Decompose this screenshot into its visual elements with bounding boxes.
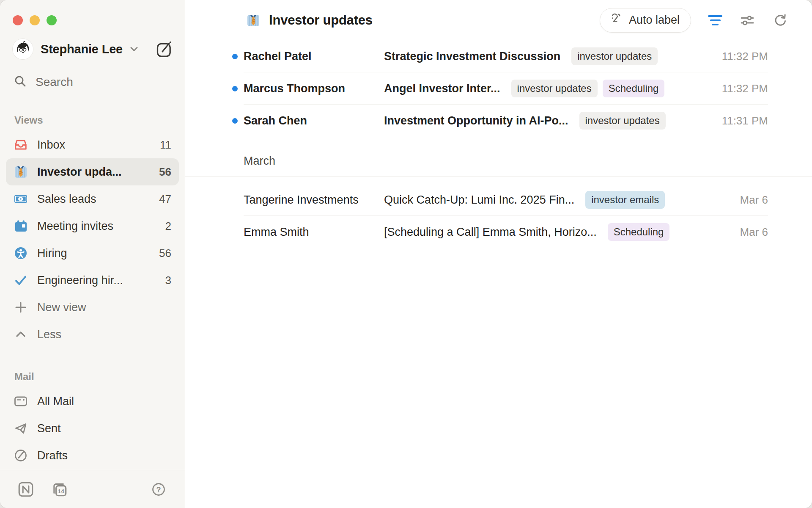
email-time: Mar 6 — [732, 226, 768, 239]
sidebar-item-drafts[interactable]: Drafts — [6, 442, 179, 469]
tag-scheduling[interactable]: Scheduling — [603, 80, 665, 97]
view-header: Investor updates Auto label — [185, 0, 812, 40]
mail-list: All MailSentDrafts — [6, 388, 179, 469]
email-time: 11:31 PM — [713, 114, 768, 127]
svg-text:?: ? — [156, 485, 161, 494]
search-input[interactable]: Search — [14, 75, 185, 90]
page-title: Investor updates — [269, 13, 373, 28]
email-subject: Quick Catch-Up: Lumi Inc. 2025 Fin... — [384, 193, 574, 207]
tag-investor-updates[interactable]: investor updates — [511, 80, 598, 97]
sidebar-item-label: Sent — [37, 422, 61, 435]
email-tags: investor updates — [571, 47, 658, 65]
email-tags: investor updatesScheduling — [511, 80, 665, 97]
avatar — [13, 39, 33, 59]
email-time: 11:32 PM — [713, 50, 768, 63]
tag-investor-emails[interactable]: investor emails — [585, 191, 665, 209]
sidebar-item-hiring[interactable]: Hiring56 — [6, 240, 179, 267]
paper-plane-icon — [14, 421, 28, 436]
unread-count: 11 — [160, 138, 171, 152]
app-window: Stephanie Lee Search Views Inbox11Invest… — [0, 0, 812, 508]
sidebar-item-inbox[interactable]: Inbox11 — [6, 131, 179, 158]
sidebar-item-label: Hiring — [37, 247, 67, 260]
email-row-tangerine-investments[interactable]: Tangerine InvestmentsQuick Catch-Up: Lum… — [185, 184, 812, 216]
tag-investor-updates[interactable]: investor updates — [579, 112, 666, 130]
minimize-window-button[interactable] — [30, 15, 40, 25]
necktie-icon — [14, 165, 28, 179]
auto-label-button[interactable]: Auto label — [600, 8, 691, 33]
unread-count: 56 — [159, 247, 171, 260]
tag-investor-updates[interactable]: investor updates — [571, 47, 658, 65]
unread-indicator — [232, 118, 238, 124]
window-controls — [13, 15, 185, 25]
email-subject: Angel Investor Inter... — [384, 82, 500, 95]
email-row-sarah-chen[interactable]: Sarah ChenInvestment Opportunity in AI-P… — [185, 105, 812, 137]
sidebar-item-less[interactable]: Less — [6, 321, 179, 348]
email-list: Rachel PatelStrategic Investment Discuss… — [185, 40, 812, 508]
notion-logo-icon[interactable] — [17, 480, 35, 498]
email-row-marcus-thompson[interactable]: Marcus ThompsonAngel Investor Inter...in… — [185, 72, 812, 105]
necktie-emoji-icon — [245, 12, 261, 28]
email-tags: Scheduling — [608, 223, 670, 241]
email-sender: Marcus Thompson — [244, 82, 384, 95]
svg-text:14: 14 — [58, 488, 65, 494]
email-time: Mar 6 — [732, 193, 768, 207]
sidebar-item-label: Meeting invites — [37, 220, 113, 233]
inbox-tray-icon — [14, 138, 28, 152]
sidebar-item-label: All Mail — [37, 395, 74, 408]
filter-button[interactable] — [708, 15, 722, 25]
user-name: Stephanie Lee — [41, 42, 123, 56]
view-actions: New viewLess — [6, 294, 179, 348]
sidebar-footer: 14 ? — [0, 470, 185, 508]
march-rows: Tangerine InvestmentsQuick Catch-Up: Lum… — [185, 177, 812, 248]
email-sender: Emma Smith — [244, 226, 384, 239]
sidebar-item-investor-upda[interactable]: Investor upda...56 — [6, 158, 179, 185]
email-subject: [Scheduling a Call] Emma Smith, Horizo..… — [384, 226, 597, 239]
notion-calendar-icon[interactable]: 14 — [51, 480, 69, 498]
email-sender: Rachel Patel — [244, 50, 384, 63]
sidebar-item-engineering-hir[interactable]: Engineering hir...3 — [6, 267, 179, 294]
accessibility-icon — [14, 246, 28, 260]
sidebar-item-all-mail[interactable]: All Mail — [6, 388, 179, 415]
sidebar-item-label: New view — [37, 301, 86, 314]
email-subject: Investment Opportunity in AI-Po... — [384, 114, 568, 127]
recent-rows: Rachel PatelStrategic Investment Discuss… — [185, 40, 812, 137]
sidebar-item-label: Engineering hir... — [37, 274, 123, 287]
email-tags: investor emails — [585, 191, 665, 209]
close-window-button[interactable] — [13, 15, 23, 25]
email-sender: Sarah Chen — [244, 114, 384, 127]
sidebar-item-new-view[interactable]: New view — [6, 294, 179, 321]
chevron-up-icon — [14, 327, 28, 342]
email-subject: Strategic Investment Discussion — [384, 50, 560, 63]
tag-scheduling[interactable]: Scheduling — [608, 223, 670, 241]
envelope-icon — [14, 394, 28, 409]
sidebar-item-label: Drafts — [37, 449, 68, 462]
views-list: Inbox11Investor upda...56Sales leads47Me… — [6, 131, 179, 294]
email-row-emma-smith[interactable]: Emma Smith[Scheduling a Call] Emma Smith… — [185, 216, 812, 248]
zoom-window-button[interactable] — [47, 15, 57, 25]
sidebar-item-sales-leads[interactable]: Sales leads47 — [6, 185, 179, 213]
views-section-label: Views — [14, 114, 185, 126]
unread-indicator — [232, 54, 238, 59]
sidebar: Stephanie Lee Search Views Inbox11Invest… — [0, 0, 185, 508]
unread-indicator — [232, 86, 238, 91]
sidebar-item-label: Sales leads — [37, 193, 96, 206]
chevron-down-icon — [129, 44, 140, 55]
display-settings-button[interactable] — [739, 12, 755, 28]
unread-count: 56 — [159, 166, 171, 179]
email-tags: investor updates — [579, 112, 666, 130]
search-placeholder: Search — [36, 75, 73, 89]
compose-button[interactable] — [155, 40, 174, 58]
email-row-rachel-patel[interactable]: Rachel PatelStrategic Investment Discuss… — [185, 40, 812, 72]
help-icon[interactable]: ? — [150, 481, 167, 498]
account-switcher[interactable]: Stephanie Lee — [13, 39, 174, 59]
refresh-button[interactable] — [772, 12, 788, 28]
sidebar-item-meeting-invites[interactable]: Meeting invites2 — [6, 213, 179, 240]
mail-section-label: Mail — [14, 371, 185, 383]
checkmark-icon — [14, 273, 28, 287]
calendar-icon — [14, 219, 28, 233]
auto-label-text: Auto label — [629, 14, 680, 27]
email-sender: Tangerine Investments — [244, 193, 384, 207]
month-label: March — [244, 155, 812, 168]
sidebar-item-sent[interactable]: Sent — [6, 415, 179, 442]
search-icon — [14, 75, 27, 90]
